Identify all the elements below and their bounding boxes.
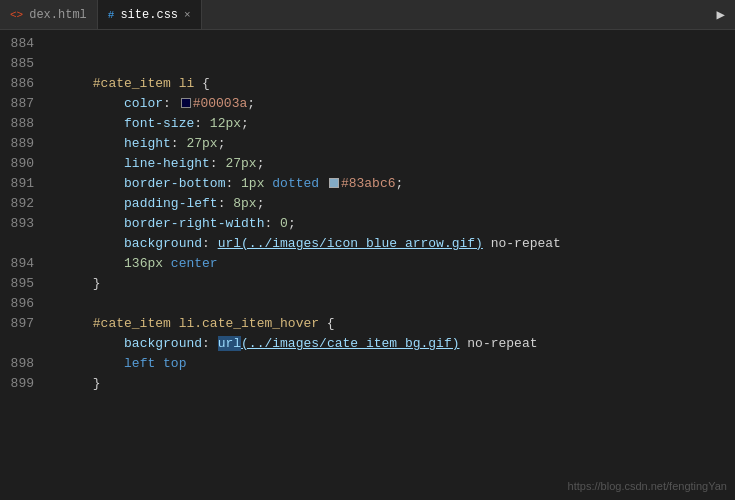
line-num: 899 xyxy=(0,374,34,394)
css-property: border-right-width xyxy=(124,216,264,231)
line-num: 889 xyxy=(0,134,34,154)
line-num: 898 xyxy=(0,354,34,374)
tab-css-label: site.css xyxy=(120,8,178,22)
line-num: 897 xyxy=(0,314,34,334)
css-keyword: top xyxy=(163,356,186,371)
css-url: url(../images/icon_blue_arrow.gif) xyxy=(218,236,483,251)
line-num: 885 xyxy=(0,54,34,74)
css-value: 12px xyxy=(210,116,241,131)
code-line xyxy=(42,274,735,294)
watermark: https://blog.csdn.net/fengtingYan xyxy=(568,480,727,492)
css-color: #00003a xyxy=(193,96,248,111)
css-keyword: left xyxy=(124,356,155,371)
code-editor: 884 885 886 887 888 889 890 891 892 893 … xyxy=(0,30,735,500)
line-num: 884 xyxy=(0,34,34,54)
color-swatch xyxy=(181,98,191,108)
line-num: 894 xyxy=(0,254,34,274)
css-property: background xyxy=(124,236,202,251)
line-num: 896 xyxy=(0,294,34,314)
css-value: 27px xyxy=(225,156,256,171)
tab-html[interactable]: <> dex.html xyxy=(0,0,98,29)
css-property: line-height xyxy=(124,156,210,171)
tab-css[interactable]: # site.css × xyxy=(98,0,202,29)
tab-close-button[interactable]: × xyxy=(184,9,191,21)
css-property: font-size xyxy=(124,116,194,131)
css-property: background xyxy=(124,336,202,351)
code-line xyxy=(42,374,735,394)
line-num: 888 xyxy=(0,114,34,134)
css-selector: #cate_item li.cate_item_hover xyxy=(93,316,327,331)
css-value: 1px xyxy=(241,176,264,191)
line-num: 886 xyxy=(0,74,34,94)
line-num xyxy=(0,334,34,354)
line-num: 893 xyxy=(0,214,34,234)
code-line: #cate_item li { xyxy=(42,54,735,74)
tab-html-label: dex.html xyxy=(29,8,87,22)
css-property: color xyxy=(124,96,163,111)
css-property: padding-left xyxy=(124,196,218,211)
code-content: #cate_item li { color: #00003a; font-siz… xyxy=(42,30,735,500)
css-icon: # xyxy=(108,9,115,21)
css-value: 27px xyxy=(186,136,217,151)
css-url-path: (../images/cate_item_bg.gif) xyxy=(241,336,459,351)
css-color: #83abc6 xyxy=(341,176,396,191)
css-selector: #cate_item li xyxy=(93,76,202,91)
css-keyword: dotted xyxy=(272,176,319,191)
line-num: 892 xyxy=(0,194,34,214)
code-line xyxy=(42,34,735,54)
line-numbers: 884 885 886 887 888 889 890 891 892 893 … xyxy=(0,30,42,500)
line-num: 887 xyxy=(0,94,34,114)
css-keyword: center xyxy=(171,256,218,271)
line-num: 891 xyxy=(0,174,34,194)
html-icon: <> xyxy=(10,9,23,21)
css-value: 136px xyxy=(124,256,163,271)
code-line: #cate_item li.cate_item_hover { xyxy=(42,294,735,314)
line-num: 890 xyxy=(0,154,34,174)
css-value: 8px xyxy=(233,196,256,211)
color-swatch xyxy=(329,178,339,188)
tab-bar: <> dex.html # site.css × ▶ xyxy=(0,0,735,30)
css-property: height xyxy=(124,136,171,151)
line-num: 895 xyxy=(0,274,34,294)
run-button[interactable]: ▶ xyxy=(707,6,735,23)
css-value: 0 xyxy=(280,216,288,231)
css-url-keyword: url xyxy=(218,336,241,351)
css-property: border-bottom xyxy=(124,176,225,191)
line-num xyxy=(0,234,34,254)
